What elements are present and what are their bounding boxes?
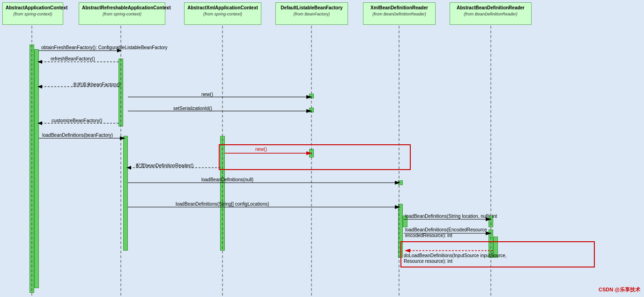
activation-7	[309, 108, 314, 112]
activation-4	[123, 136, 128, 251]
class-xmlBeanDefinitionReader: XmlBeanDefinitionReader (from BeanDefini…	[363, 2, 436, 25]
activation-2	[34, 49, 39, 288]
label-obtainFreshBeanFactory: obtainFreshBeanFactory(): ConfigurableLi…	[41, 45, 168, 50]
label-loadBeanDefinitions-null: loadBeanDefinitions(null)	[201, 177, 253, 182]
class-abstractRefreshableApplicationContext: AbstractRefreshableApplicationContext (f…	[79, 2, 165, 25]
label-customizeBeanFactory: customizeBeanFactory()	[52, 118, 102, 123]
label-refreshBeanFactory: refreshBeanFactory()	[51, 56, 95, 61]
label-loadBeanDefinitions-configLocations: loadBeanDefinitions(String[] configLocat…	[176, 201, 269, 207]
diagram-container: AbstractApplicationContext (from spring-…	[0, 0, 644, 297]
label-new-defaultListable: new()	[201, 92, 213, 97]
highlight-box-new-xmlReader	[219, 144, 411, 170]
watermark: CSDN @乐享技术	[599, 286, 640, 293]
highlight-box-doLoad	[400, 241, 595, 267]
label-loadBeanDefinitions-location: loadBeanDefinitions(String location, nul…	[405, 214, 497, 219]
activation-3	[118, 59, 123, 126]
label-loadBeanDefinitions-beanFactory: loadBeanDefinitions(beanFactory)	[42, 133, 113, 138]
class-abstractXmlApplicationContext: AbstractXmlApplicationContext (from spri…	[184, 2, 261, 25]
activation-6	[309, 94, 314, 98]
activation-9	[398, 180, 403, 185]
label-closeOldBeanFactory: 关闭原来beanFactory()	[73, 82, 120, 88]
activation-1	[30, 45, 34, 293]
class-abstractApplicationContext: AbstractApplicationContext (from spring-…	[2, 2, 63, 25]
label-loadBeanDefinitions-encodedResource: loadBeanDefinitions(EncodedResource enco…	[405, 227, 499, 238]
label-configureBeanDefinitionReader: 配置beanDefinitionReader()	[136, 163, 193, 169]
class-abstractBeanDefinitionReader: AbstractBeanDefinitionReader (from BeanD…	[450, 2, 532, 25]
class-defaultListableBeanFactory: DefaultListableBeanFactory (from BeanFac…	[275, 2, 348, 25]
label-setSerializationId: setSerializationId()	[173, 106, 212, 111]
